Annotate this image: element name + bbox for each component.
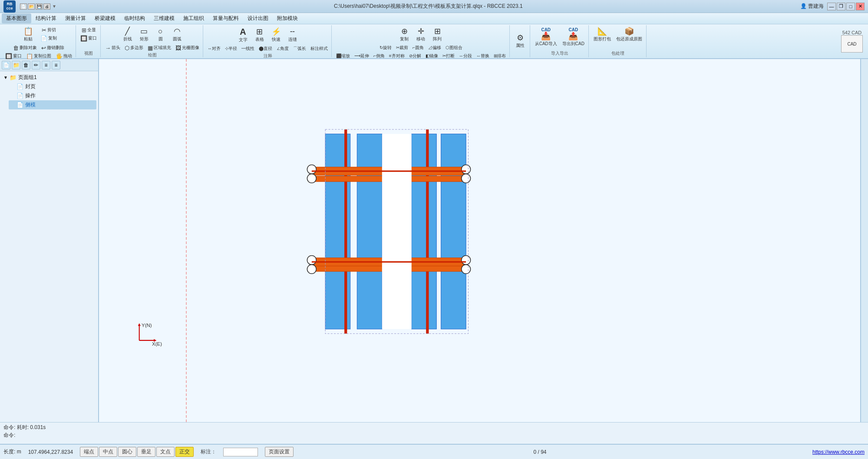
menu-3d[interactable]: 三维建模 (149, 13, 179, 23)
paste-btn[interactable]: 📋 粘贴 (19, 26, 38, 43)
snap-endpoint[interactable]: 端点 (80, 447, 98, 457)
polygon-btn[interactable]: ⬡多边形 (123, 44, 145, 52)
copy-btn[interactable]: 📄复制 (39, 34, 59, 42)
property-btn[interactable]: ⚙ 属性 (512, 26, 528, 56)
website-link[interactable]: https://www.rbcce.com (812, 449, 865, 455)
rect-btn[interactable]: ▭ 矩形 (136, 26, 152, 43)
svg-text:Y(N): Y(N) (142, 323, 152, 328)
handle-ll-2[interactable] (307, 264, 316, 274)
page-settings-btn[interactable]: 页面设置 (265, 447, 294, 457)
lp-edit-btn[interactable]: ✏ (32, 61, 40, 69)
lp-delete-btn[interactable]: 🗑 (22, 61, 30, 69)
cmd-input-field[interactable] (17, 433, 104, 439)
radius-btn[interactable]: ⊹半径 (223, 45, 239, 53)
annotation-input[interactable] (223, 448, 258, 456)
winview-btn[interactable]: 🔲窗口 (79, 34, 99, 42)
print-btn[interactable]: 🖨 (43, 3, 50, 10)
save-btn[interactable]: 💾 (36, 3, 43, 10)
tree-root[interactable]: ▼ 📁 页面组1 (2, 73, 96, 82)
cut-btn[interactable]: ✂剪切 (39, 26, 59, 34)
handle-ur-1[interactable] (462, 165, 471, 174)
quick-btn[interactable]: ⚡ 快速 (268, 26, 284, 44)
from-cad-btn[interactable]: CAD 📥 从CAD导入 (533, 26, 559, 48)
raster-btn[interactable]: 🖼光栅图像 (174, 44, 201, 52)
array-btn[interactable]: ⊞ 阵列 (429, 26, 445, 43)
handle-ll-1[interactable] (307, 255, 316, 264)
dim-style-btn[interactable]: 标注样式 (309, 45, 330, 53)
lp-new-btn[interactable]: 📄 (2, 61, 10, 69)
snap-ortho[interactable]: 正交 (175, 447, 194, 457)
quick-access-arrow[interactable]: ▼ (52, 4, 56, 9)
snap-center[interactable]: 圆心 (118, 447, 136, 457)
pack-shapes-btn[interactable]: 📐 图形打包 (591, 26, 613, 43)
maximize-btn[interactable]: □ (846, 3, 855, 10)
menu-temp-structure[interactable]: 临时结构 (120, 13, 149, 23)
menu-basic-shapes[interactable]: 基本图形 (2, 13, 31, 23)
snap-midpoint[interactable]: 中点 (99, 447, 117, 457)
fillet-btn[interactable]: ⌐圆角 (411, 44, 426, 52)
raster-icon: 🖼 (175, 45, 181, 51)
handle-ul-2[interactable] (307, 174, 316, 183)
move-btn[interactable]: ✛ 移动 (413, 26, 429, 43)
canvas-area[interactable]: Y(N) X(E) (99, 59, 860, 422)
tree-item-sideform[interactable]: 📄 侧模 (9, 100, 96, 109)
seam-btn[interactable]: ╌ 连缝 (285, 26, 300, 44)
lp-folder-btn[interactable]: 📁 (12, 61, 20, 69)
handle-lr-2[interactable] (462, 264, 471, 274)
unpack-icon: 📦 (624, 27, 634, 35)
menu-design[interactable]: 设计出图 (243, 13, 273, 23)
arrow-btn[interactable]: →箭头 (103, 44, 122, 52)
menu-addons[interactable]: 附加模块 (273, 13, 302, 23)
trim-btn[interactable]: ✂裁剪 (394, 44, 410, 52)
handle-ul-1[interactable] (307, 165, 316, 174)
offset-btn[interactable]: ⊿偏移 (426, 44, 443, 52)
snap-perpendicular[interactable]: 垂足 (137, 447, 155, 457)
handle-ur-2[interactable] (462, 174, 471, 183)
fullview-icon: ⊞ (82, 27, 86, 33)
menu-quantity[interactable]: 算量与配料 (208, 13, 243, 23)
copy-modify-btn[interactable]: ⊕ 复制 (396, 26, 412, 43)
tree-item-operation[interactable]: 📄 操作 (9, 91, 96, 100)
undo-delete-btn[interactable]: ↩撤销删除 (40, 44, 66, 52)
minimize-btn[interactable]: — (827, 3, 836, 10)
tree-expand-icon[interactable]: ▼ (3, 75, 10, 80)
menu-bridge[interactable]: 桥梁建模 (90, 13, 120, 23)
tree-children: 📄 封页 📄 操作 📄 侧模 (2, 82, 96, 109)
fullview-btn[interactable]: ⊞全显 (80, 26, 98, 34)
tree-item-cover[interactable]: 📄 封页 (9, 82, 96, 91)
to-cad-btn[interactable]: CAD 📤 导出到CAD (560, 26, 587, 48)
diameter-btn[interactable]: ⬤直径 (257, 45, 274, 53)
lp-align-right-btn[interactable]: ≡ (52, 61, 60, 69)
linear-btn[interactable]: ━线性 (240, 45, 256, 53)
command-bar: 命令: 耗时: 0.031s 命令: (0, 422, 868, 444)
unpack-btn[interactable]: 📦 包还原成原图 (614, 26, 644, 43)
arc-btn[interactable]: ◠ 圆弧 (169, 26, 185, 43)
restore-btn[interactable]: ❐ (837, 3, 845, 10)
angle-btn[interactable]: ∠角度 (275, 45, 290, 53)
menu-measure[interactable]: 测量计算 (61, 13, 90, 23)
array-icon: ⊞ (434, 27, 441, 35)
coordinates-display: 107.4964,227.8234 (28, 449, 73, 455)
close-btn[interactable]: ✕ (856, 3, 865, 10)
menu-construction[interactable]: 施工组织 (179, 13, 208, 23)
rotate-btn[interactable]: ↻旋转 (378, 44, 393, 52)
delete-obj-btn[interactable]: 🗑删除对象 (11, 44, 39, 52)
svg-text:X(E): X(E) (152, 341, 162, 347)
table-btn[interactable]: ⊞ 表格 (252, 26, 267, 44)
group-btn[interactable]: ⬡图组合 (444, 44, 464, 52)
snap-textpoint[interactable]: 文点 (156, 447, 175, 457)
fill-btn[interactable]: ▦区域填充 (146, 44, 173, 52)
lp-align-left-btn[interactable]: ≡ (42, 61, 50, 69)
menu-structural[interactable]: 结构计算 (31, 13, 61, 23)
open-btn[interactable]: 📂 (28, 3, 35, 10)
arclength-btn[interactable]: ⌒弧长 (291, 45, 308, 53)
app-logo: RBcce (3, 0, 16, 13)
polyline-btn[interactable]: ╱ 折线 (120, 26, 135, 43)
view-label: 视图 (84, 50, 93, 56)
handle-lr-1[interactable] (462, 255, 471, 264)
text-btn[interactable]: A 文字 (235, 26, 251, 44)
new-file-btn[interactable]: 📄 (20, 3, 27, 10)
circle-btn[interactable]: ○ 圆 (153, 26, 168, 43)
import-cad-icon: 📥 (541, 32, 551, 40)
align-dim-btn[interactable]: ↔对齐 (206, 45, 222, 53)
